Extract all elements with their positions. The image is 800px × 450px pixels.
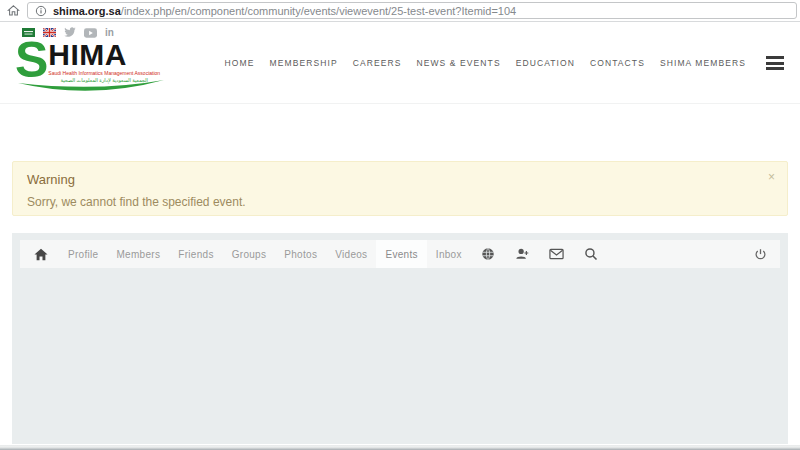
nav-item-membership[interactable]: MEMBERSHIP xyxy=(270,58,338,68)
home-icon xyxy=(34,248,48,261)
logout-button[interactable] xyxy=(741,240,780,268)
twitter-icon[interactable] xyxy=(64,27,76,38)
nav-item-home[interactable]: HOME xyxy=(225,58,255,68)
linkedin-icon[interactable]: in xyxy=(105,28,114,38)
nav-item-contacts[interactable]: CONTACTS xyxy=(590,58,645,68)
url-domain: shima.org.sa xyxy=(53,5,121,17)
globe-button[interactable] xyxy=(471,240,505,268)
toolbar-item-events[interactable]: Events xyxy=(376,240,426,268)
logo-subtitle-en: Saudi Health Informatics Management Asso… xyxy=(48,70,160,76)
nav-item-news-events[interactable]: NEWS & EVENTS xyxy=(416,58,500,68)
toolbar-item-members[interactable]: Members xyxy=(107,240,169,268)
toolbar-item-friends[interactable]: Friends xyxy=(169,240,222,268)
hamburger-menu-icon[interactable] xyxy=(766,56,784,70)
url-path: /index.php/en/component/community/events… xyxy=(121,5,516,17)
mail-icon xyxy=(549,248,564,260)
search-icon xyxy=(584,247,598,261)
warning-title: Warning xyxy=(27,172,773,187)
community-toolbar: Profile Members Friends Groups Photos Vi… xyxy=(20,240,780,268)
youtube-icon[interactable] xyxy=(84,28,97,38)
power-icon xyxy=(754,248,767,261)
logo-wordmark: HIMA xyxy=(48,38,127,71)
toolbar-item-profile[interactable]: Profile xyxy=(59,240,107,268)
browser-chrome: shima.org.sa/index.php/en/component/comm… xyxy=(0,0,800,22)
toolbar-item-photos[interactable]: Photos xyxy=(275,240,326,268)
toolbar-item-groups[interactable]: Groups xyxy=(223,240,276,268)
logo-subtitle-ar: الجمعية السعودية لإدارة المعلومات الصحية xyxy=(48,77,160,83)
home-icon xyxy=(7,4,20,17)
warning-message: Sorry, we cannot find the specified even… xyxy=(27,195,773,209)
logo-letter-s: S xyxy=(15,40,46,80)
site-info-button[interactable] xyxy=(35,5,47,17)
window-bottom-edge xyxy=(0,445,800,450)
community-panel: Profile Members Friends Groups Photos Vi… xyxy=(12,233,788,444)
nav-item-careers[interactable]: CAREERS xyxy=(353,58,402,68)
add-friend-button[interactable] xyxy=(505,240,539,268)
close-icon[interactable]: × xyxy=(768,171,775,183)
url-text: shima.org.sa/index.php/en/component/comm… xyxy=(53,5,516,17)
info-icon xyxy=(35,5,47,17)
main-nav: HOME MEMBERSHIP CAREERS NEWS & EVENTS ED… xyxy=(225,23,784,103)
browser-home-button[interactable] xyxy=(0,0,26,21)
address-bar[interactable]: shima.org.sa/index.php/en/component/comm… xyxy=(27,2,797,19)
community-home-button[interactable] xyxy=(20,240,59,268)
toolbar-item-inbox[interactable]: Inbox xyxy=(427,240,471,268)
shima-logo[interactable]: S HIMA Saudi Health Informatics Manageme… xyxy=(15,40,177,95)
nav-item-shima-members[interactable]: SHIMA MEMBERS xyxy=(660,58,746,68)
warning-alert: Warning Sorry, we cannot find the specif… xyxy=(12,161,788,216)
add-user-icon xyxy=(515,247,529,261)
inbox-mail-button[interactable] xyxy=(539,240,574,268)
site-header: in S HIMA Saudi Health Informatics Manag… xyxy=(0,23,800,104)
nav-item-education[interactable]: EDUCATION xyxy=(516,58,575,68)
globe-icon xyxy=(481,247,495,261)
search-button[interactable] xyxy=(574,240,608,268)
toolbar-item-videos[interactable]: Videos xyxy=(326,240,376,268)
